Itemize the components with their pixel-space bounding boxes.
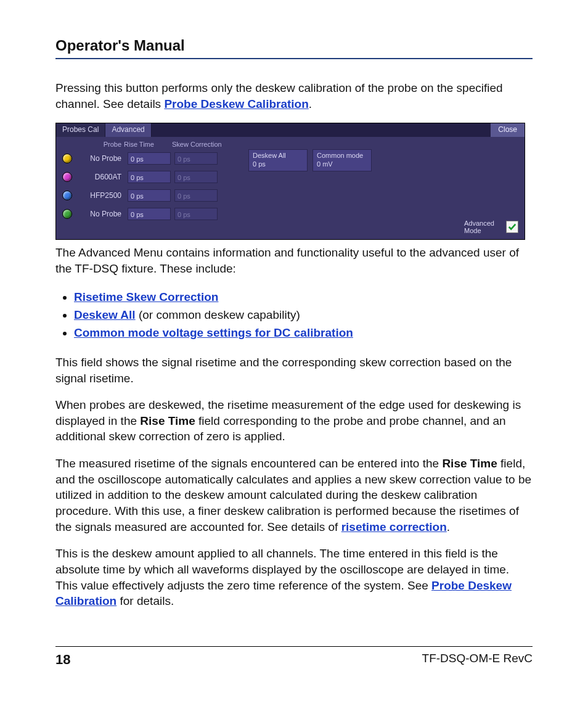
skew-correction-field: 0 ps bbox=[174, 208, 218, 220]
skew-correction-field: 0 ps bbox=[174, 152, 218, 165]
title-rule bbox=[55, 58, 533, 59]
panel-body: Probe Rise Time Skew Correction No Probe… bbox=[56, 137, 525, 239]
rise-time-field[interactable]: 0 ps bbox=[128, 208, 171, 220]
list-item: Common mode voltage settings for DC cali… bbox=[74, 324, 533, 342]
text: (or common deskew capability) bbox=[136, 308, 300, 321]
skew-correction-field: 0 ps bbox=[174, 189, 218, 202]
tab-spacer bbox=[152, 123, 491, 137]
list-item: Risetime Skew Correction bbox=[74, 288, 533, 306]
tab-probes-cal[interactable]: Probes Cal bbox=[56, 123, 105, 137]
deskew-all-label: Deskew All bbox=[253, 152, 303, 159]
text: . bbox=[447, 520, 450, 533]
list-item: Deskew All (or common deskew capability) bbox=[74, 306, 533, 324]
header-rise-time: Rise Time bbox=[124, 141, 172, 148]
header-skew-correction: Skew Correction bbox=[172, 141, 229, 148]
text: for details. bbox=[116, 594, 174, 607]
paragraph: This field shows the signal risetime and… bbox=[55, 355, 533, 386]
column-headers: Probe Rise Time Skew Correction bbox=[60, 141, 521, 148]
tab-advanced[interactable]: Advanced bbox=[105, 123, 151, 137]
text-bold: Rise Time bbox=[442, 457, 497, 470]
probe-name: HFP2500 bbox=[76, 191, 124, 200]
rise-time-field[interactable]: 0 ps bbox=[128, 171, 171, 183]
tab-bar: Probes Cal Advanced Close bbox=[56, 123, 525, 137]
channel-dot-c3 bbox=[62, 191, 72, 200]
common-mode-label: Common mode bbox=[317, 152, 367, 159]
paragraph: This is the deskew amount applied to all… bbox=[55, 546, 533, 609]
link-common-mode-voltage[interactable]: Common mode voltage settings for DC cali… bbox=[74, 326, 353, 339]
common-mode-value: 0 mV bbox=[317, 160, 367, 168]
advanced-mode-toggle: Advanced Mode bbox=[464, 220, 518, 234]
footer-rule bbox=[55, 646, 533, 647]
deskew-all-button[interactable]: Deskew All 0 ps bbox=[248, 149, 308, 171]
text-bold: Rise Time bbox=[140, 414, 195, 427]
paragraph-intro: Pressing this button performs only the d… bbox=[55, 80, 533, 112]
text: . bbox=[309, 97, 312, 110]
probe-row-3: HFP2500 0 ps 0 ps bbox=[60, 186, 521, 205]
common-mode-button[interactable]: Common mode 0 mV bbox=[312, 149, 372, 171]
deskew-all-value: 0 ps bbox=[253, 160, 303, 168]
rise-time-field[interactable]: 0 ps bbox=[128, 152, 171, 165]
page-number: 18 bbox=[55, 652, 70, 668]
channel-dot-c4 bbox=[62, 209, 72, 219]
probe-name: No Probe bbox=[76, 154, 124, 163]
page-title: Operator's Manual bbox=[55, 37, 533, 54]
checkmark-icon bbox=[508, 223, 517, 231]
probes-cal-panel: Probes Cal Advanced Close Probe Rise Tim… bbox=[55, 123, 525, 240]
header-probe: Probe bbox=[60, 141, 124, 148]
bullet-list: Risetime Skew Correction Deskew All (or … bbox=[74, 288, 533, 342]
link-risetime-correction[interactable]: risetime correction bbox=[341, 520, 447, 533]
channel-dot-c2 bbox=[62, 172, 72, 182]
page-footer: 18 TF-DSQ-OM-E RevC bbox=[55, 652, 533, 668]
probe-name: No Probe bbox=[76, 210, 124, 218]
probe-row-4: No Probe 0 ps 0 ps bbox=[60, 205, 521, 223]
advanced-mode-checkbox[interactable] bbox=[506, 221, 518, 233]
skew-correction-field: 0 ps bbox=[174, 171, 218, 183]
link-probe-deskew-calibration[interactable]: Probe Deskew Calibration bbox=[164, 97, 308, 110]
text: The measured risetime of the signals enc… bbox=[55, 457, 442, 470]
probe-name: D600AT bbox=[76, 173, 124, 181]
rise-time-field[interactable]: 0 ps bbox=[128, 189, 171, 202]
document-page: Operator's Manual Pressing this button p… bbox=[0, 0, 588, 706]
paragraph: When probes are deskewed, the risetime m… bbox=[55, 397, 533, 445]
paragraph-after-panel: The Advanced Menu contains information a… bbox=[55, 245, 533, 276]
paragraph: The measured risetime of the signals enc… bbox=[55, 456, 533, 535]
advanced-mode-label: Advanced Mode bbox=[464, 220, 501, 234]
close-button[interactable]: Close bbox=[491, 123, 525, 137]
link-deskew-all[interactable]: Deskew All bbox=[74, 308, 136, 321]
channel-dot-c1 bbox=[62, 154, 72, 163]
doc-id: TF-DSQ-OM-E RevC bbox=[422, 652, 533, 668]
link-risetime-skew-correction[interactable]: Risetime Skew Correction bbox=[74, 290, 218, 303]
